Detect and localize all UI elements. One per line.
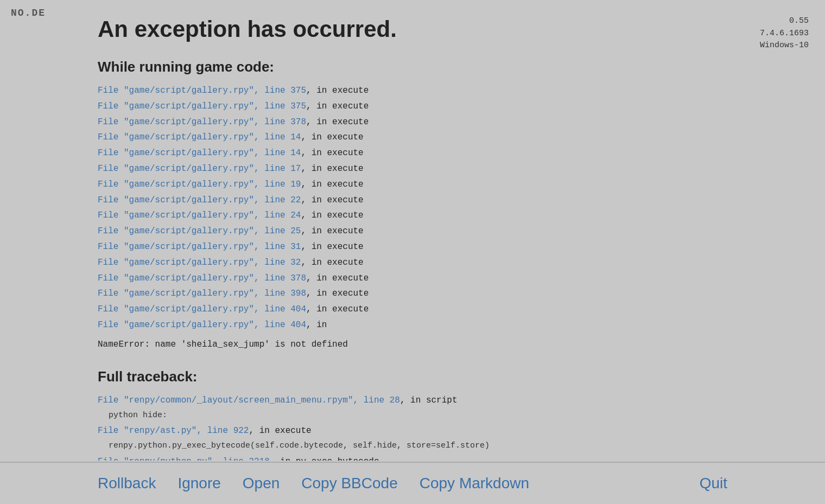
trace-line-item: File "game/script/gallery.rpy", line 25,… [98,224,798,239]
trace-line-item: File "game/script/gallery.rpy", line 24,… [98,208,798,224]
quit-button[interactable]: Quit [700,475,727,492]
trace-line-item: File "game/script/gallery.rpy", line 19,… [98,177,798,193]
trace-line-item: File "game/script/gallery.rpy", line 14,… [98,130,798,145]
trace-line-item: File "game/script/gallery.rpy", line 404… [98,302,798,317]
traceback-entry: File "renpy/python.py", line 2218, in py… [98,454,798,461]
exception-title: An exception has occurred. [98,16,798,42]
main-content: An exception has occurred. While running… [0,0,814,461]
traceback-lines: File "renpy/common/_layout/screen_main_m… [98,393,798,461]
trace-line-item: File "game/script/gallery.rpy", line 32,… [98,255,798,271]
trace-line-item: File "game/script/gallery.rpy", line 31,… [98,239,798,255]
trace-line-item: File "game/script/gallery.rpy", line 378… [98,271,798,286]
traceback-section: Full traceback: File "renpy/common/_layo… [98,368,798,461]
rollback-button[interactable]: Rollback [98,475,177,492]
bottom-bar: Rollback Ignore Open Copy BBCode Copy Ma… [0,462,825,504]
traceback-code-snippet: renpy.python.py_exec_bytecode(self.code.… [109,439,798,453]
traceback-entry: File "renpy/ast.py", line 922, in execut… [98,423,798,452]
running-heading: While running game code: [98,59,798,75]
trace-line-item: File "game/script/gallery.rpy", line 378… [98,114,798,130]
trace-line-item: File "game/script/gallery.rpy", line 404… [98,317,798,333]
copy-bbcode-button[interactable]: Copy BBCode [301,475,419,492]
traceback-file-line: File "renpy/python.py", line 2218, in py… [98,454,798,461]
trace-line-item: File "game/script/gallery.rpy", line 14,… [98,145,798,161]
trace-line-item: File "game/script/gallery.rpy", line 375… [98,83,798,99]
running-section: While running game code: File "game/scri… [98,59,798,352]
trace-line-item: File "game/script/gallery.rpy", line 398… [98,286,798,302]
trace-line-item: File "game/script/gallery.rpy", line 17,… [98,161,798,177]
error-message: NameError: name 'sheila_sex_jump' is not… [98,337,798,352]
running-lines: File "game/script/gallery.rpy", line 375… [98,83,798,333]
trace-line-item: File "game/script/gallery.rpy", line 22,… [98,193,798,208]
open-button[interactable]: Open [243,475,302,492]
traceback-file-line: File "renpy/ast.py", line 922, in execut… [98,423,798,439]
traceback-file-line: File "renpy/common/_layout/screen_main_m… [98,393,798,409]
trace-line-item: File "game/script/gallery.rpy", line 375… [98,99,798,114]
traceback-code-snippet: python hide: [109,409,798,423]
traceback-heading: Full traceback: [98,368,798,385]
copy-markdown-button[interactable]: Copy Markdown [420,475,551,492]
ignore-button[interactable]: Ignore [177,475,242,492]
traceback-entry: File "renpy/common/_layout/screen_main_m… [98,393,798,422]
